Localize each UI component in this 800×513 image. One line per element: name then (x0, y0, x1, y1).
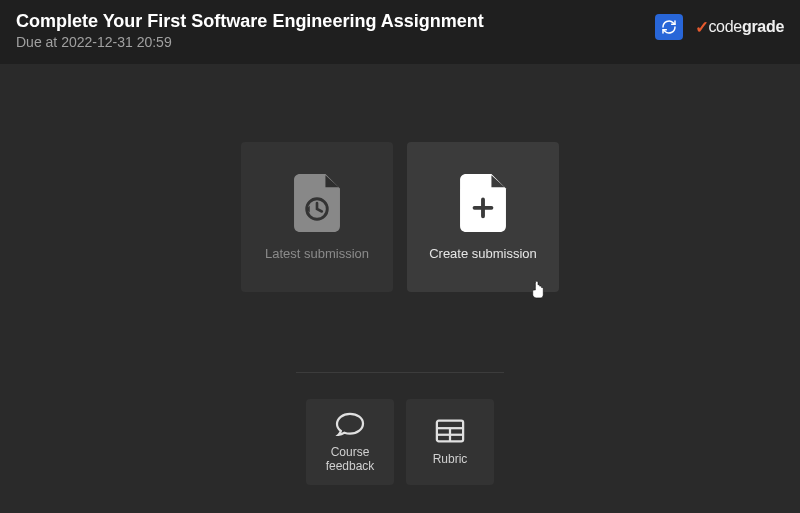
divider (296, 372, 504, 373)
header-left: Complete Your First Software Engineering… (16, 10, 484, 50)
due-date: Due at 2022-12-31 20:59 (16, 34, 484, 50)
logo-text: codegrade (708, 18, 784, 36)
table-icon (435, 418, 465, 444)
header-right: ✓ codegrade (655, 10, 784, 40)
refresh-icon (661, 19, 677, 35)
main-content: Latest submission Create submission Cour… (0, 64, 800, 485)
logo: ✓ codegrade (695, 17, 784, 38)
logo-mark: ✓ (695, 17, 709, 38)
secondary-actions: Course feedback Rubric (306, 399, 494, 485)
speech-bubble-icon (335, 411, 365, 437)
course-feedback-card[interactable]: Course feedback (306, 399, 394, 485)
latest-submission-label: Latest submission (265, 246, 369, 261)
create-submission-label: Create submission (429, 246, 537, 261)
refresh-button[interactable] (655, 14, 683, 40)
latest-submission-card[interactable]: Latest submission (241, 142, 393, 292)
primary-actions: Latest submission Create submission (241, 142, 559, 292)
course-feedback-label: Course feedback (326, 445, 375, 474)
page-title: Complete Your First Software Engineering… (16, 10, 484, 33)
file-history-icon (291, 174, 343, 232)
create-submission-card[interactable]: Create submission (407, 142, 559, 292)
header: Complete Your First Software Engineering… (0, 0, 800, 64)
rubric-card[interactable]: Rubric (406, 399, 494, 485)
file-plus-icon (457, 174, 509, 232)
rubric-label: Rubric (433, 452, 468, 466)
